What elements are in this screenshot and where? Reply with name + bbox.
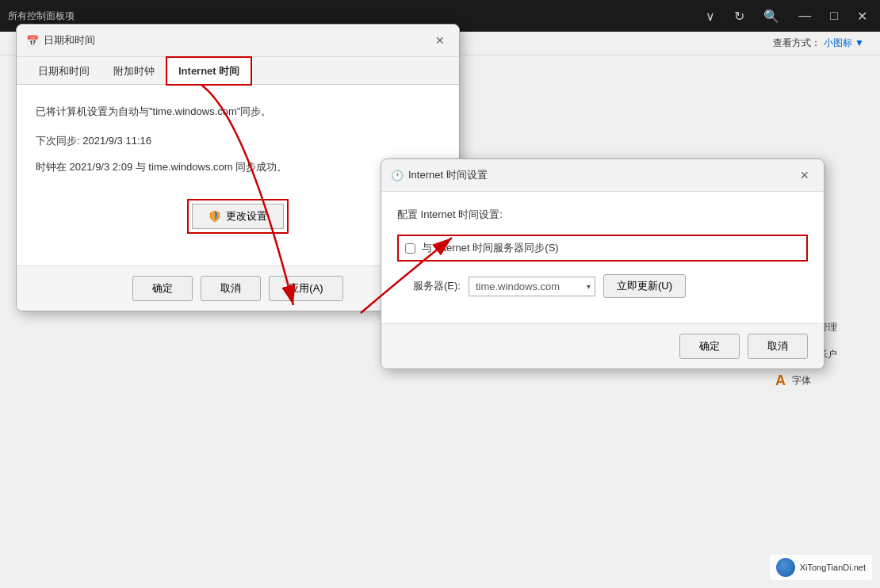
inet-time-icon: 🕐 bbox=[391, 170, 404, 181]
tab-date-time[interactable]: 日期和时间 bbox=[26, 57, 101, 85]
maximize-btn[interactable]: □ bbox=[825, 6, 843, 26]
inet-title-left: 🕐 Internet 时间设置 bbox=[391, 168, 488, 182]
sync-checkbox-row: 与 Internet 时间服务器同步(S) bbox=[397, 235, 808, 262]
sync-checkbox[interactable] bbox=[405, 243, 415, 254]
datetime-title-left: 📅 日期和时间 bbox=[26, 33, 95, 48]
refresh-icon[interactable]: ↻ bbox=[729, 6, 749, 27]
change-settings-btn[interactable]: 更改设置 bbox=[192, 204, 284, 229]
view-mode-selector[interactable]: 小图标 ▼ bbox=[824, 36, 864, 50]
update-now-btn[interactable]: 立即更新(U) bbox=[603, 274, 686, 298]
change-settings-area: 更改设置 bbox=[36, 199, 440, 234]
server-select[interactable]: time.windows.com bbox=[469, 277, 595, 296]
shield-icon bbox=[209, 210, 221, 223]
datetime-close-btn[interactable]: ✕ bbox=[430, 31, 450, 50]
last-sync-text: 时钟在 2021/9/3 2:09 与 time.windows.com 同步成… bbox=[36, 159, 440, 176]
server-select-wrapper: time.windows.com bbox=[469, 277, 595, 296]
server-row: 服务器(E): time.windows.com 立即更新(U) bbox=[397, 274, 808, 298]
tab-additional-clocks[interactable]: 附加时钟 bbox=[101, 57, 166, 85]
sync-info-text: 已将计算机设置为自动与"time.windows.com"同步。 bbox=[36, 104, 440, 120]
change-settings-btn-wrapper: 更改设置 bbox=[187, 199, 289, 234]
datetime-cancel-btn[interactable]: 取消 bbox=[201, 276, 261, 301]
bg-window-controls: ∨ ↻ 🔍 — □ ✕ bbox=[701, 6, 872, 27]
bg-title: 所有控制面板项 bbox=[0, 10, 75, 23]
datetime-ok-btn[interactable]: 确定 bbox=[132, 276, 193, 301]
server-label: 服务器(E): bbox=[413, 279, 461, 293]
next-sync-text: 下次同步: 2021/9/3 11:16 bbox=[36, 133, 440, 150]
watermark-text: XiTongTianDi.net bbox=[800, 563, 866, 572]
datetime-titlebar: 📅 日期和时间 ✕ bbox=[17, 25, 459, 57]
watermark-globe-icon bbox=[776, 558, 795, 577]
inet-config-label: 配置 Internet 时间设置: bbox=[397, 208, 808, 222]
datetime-title: 日期和时间 bbox=[44, 33, 95, 48]
inet-titlebar: 🕐 Internet 时间设置 ✕ bbox=[381, 159, 824, 192]
minimize-btn[interactable]: — bbox=[794, 6, 816, 26]
inet-ok-btn[interactable]: 确定 bbox=[679, 334, 740, 359]
datetime-apply-btn[interactable]: 应用(A) bbox=[269, 276, 342, 301]
inet-close-btn[interactable]: ✕ bbox=[795, 166, 814, 185]
inet-title: Internet 时间设置 bbox=[408, 168, 488, 182]
inet-cancel-btn[interactable]: 取消 bbox=[748, 334, 808, 359]
tab-internet-time[interactable]: Internet 时间 bbox=[166, 57, 251, 85]
search-icon[interactable]: 🔍 bbox=[759, 6, 784, 27]
fonts-label: 字体 bbox=[792, 374, 811, 388]
view-mode-label: 查看方式： bbox=[773, 36, 821, 50]
inet-footer: 确定 取消 bbox=[381, 323, 824, 368]
watermark: XiTongTianDi.net bbox=[770, 555, 872, 580]
datetime-tabs: 日期和时间 附加时钟 Internet 时间 bbox=[17, 57, 459, 85]
inet-body: 配置 Internet 时间设置: 与 Internet 时间服务器同步(S) … bbox=[381, 192, 824, 323]
sync-checkbox-label: 与 Internet 时间服务器同步(S) bbox=[422, 241, 559, 255]
change-settings-label: 更改设置 bbox=[226, 209, 267, 223]
datetime-icon: 📅 bbox=[26, 35, 39, 47]
inet-time-dialog: 🕐 Internet 时间设置 ✕ 配置 Internet 时间设置: 与 In… bbox=[381, 158, 825, 369]
fonts-icon: A bbox=[775, 372, 786, 389]
cp-icon-fonts[interactable]: A 字体 bbox=[772, 371, 840, 391]
dropdown-icon[interactable]: ∨ bbox=[701, 6, 720, 27]
close-btn[interactable]: ✕ bbox=[852, 6, 872, 27]
